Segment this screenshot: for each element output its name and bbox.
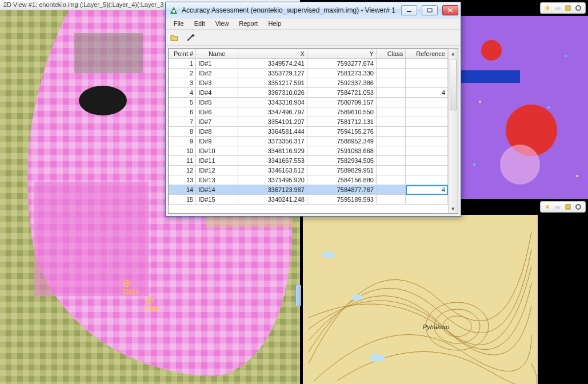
cell-x[interactable]: 3367310.026 [238, 88, 307, 98]
cell-reference[interactable] [406, 69, 448, 78]
cell-class[interactable] [376, 156, 405, 166]
cell-reference[interactable] [406, 156, 448, 166]
cell-name[interactable]: ID#3 [196, 78, 238, 88]
cell-class[interactable] [376, 137, 405, 146]
scroll-thumb[interactable] [450, 59, 457, 110]
cell-name[interactable]: ID#8 [196, 127, 238, 137]
column-header[interactable]: Class [376, 49, 405, 59]
cell-class[interactable] [376, 69, 405, 78]
menu-view[interactable]: View [211, 19, 234, 29]
table-row[interactable]: 13ID#133371495.9207584156.880 [169, 175, 448, 185]
cell-x[interactable]: 3341667.553 [238, 156, 307, 166]
cell-point[interactable]: 8 [169, 127, 196, 137]
cell-name[interactable]: ID#14 [196, 185, 238, 195]
cell-y[interactable]: 7594155.276 [307, 127, 376, 137]
cell-point[interactable]: 4 [169, 88, 196, 98]
cell-reference[interactable] [406, 137, 448, 146]
table-row[interactable]: 15ID#153340241.2487595189.593 [169, 195, 448, 205]
column-header[interactable]: X [238, 49, 307, 59]
close-button[interactable] [442, 5, 458, 15]
open-button[interactable] [168, 31, 181, 44]
vertical-scrollbar[interactable]: ▴ ▾ [448, 49, 458, 213]
scroll-up-icon[interactable]: ▴ [449, 49, 458, 58]
table-row[interactable]: 11ID#113341667.5537582934.505 [169, 156, 448, 166]
cell-point[interactable]: 11 [169, 156, 196, 166]
gear-icon[interactable] [575, 5, 582, 11]
cell-x[interactable]: 3347496.797 [238, 107, 307, 117]
cell-name[interactable]: ID#12 [196, 166, 238, 175]
data-grid[interactable]: Point #NameXYClassReference 1ID#13349574… [168, 48, 458, 214]
cell-class[interactable] [376, 166, 405, 175]
cell-class[interactable] [376, 175, 405, 185]
cell-reference[interactable] [406, 175, 448, 185]
sun-icon[interactable] [544, 5, 551, 11]
menu-file[interactable]: File [169, 19, 189, 29]
cell-point[interactable]: 15 [169, 195, 196, 205]
cell-point[interactable]: 2 [169, 69, 196, 78]
box-icon[interactable] [565, 5, 571, 11]
cell-class[interactable] [376, 98, 405, 107]
column-header[interactable]: Reference [406, 49, 448, 59]
cell-reference[interactable]: 4 [406, 88, 448, 98]
table-row[interactable]: 2ID#23353729.1277581273.330 [169, 69, 448, 78]
cell-y[interactable]: 7589829.951 [307, 166, 376, 175]
cell-point[interactable]: 12 [169, 166, 196, 175]
wand-button[interactable] [184, 31, 197, 44]
column-header[interactable]: Name [196, 49, 238, 59]
cell-name[interactable]: ID#13 [196, 175, 238, 185]
map-marker[interactable]: ID#14 [122, 288, 139, 295]
cell-class[interactable] [376, 185, 405, 195]
cell-reference[interactable] [406, 107, 448, 117]
cell-y[interactable]: 7589610.550 [307, 107, 376, 117]
menu-report[interactable]: Report [234, 19, 262, 29]
cell-y[interactable]: 7584721.053 [307, 88, 376, 98]
cell-point[interactable]: 10 [169, 146, 196, 156]
cell-y[interactable]: 7581273.330 [307, 69, 376, 78]
sun-icon[interactable] [544, 203, 551, 210]
cell-x[interactable]: 3367123.987 [238, 185, 307, 195]
cell-point[interactable]: 9 [169, 137, 196, 146]
cell-class[interactable] [376, 88, 405, 98]
cell-x[interactable]: 3343310.904 [238, 98, 307, 107]
cell-point[interactable]: 5 [169, 98, 196, 107]
cell-y[interactable]: 7584877.767 [307, 185, 376, 195]
cloud-icon[interactable] [554, 5, 561, 11]
table-row[interactable]: 7ID#73354101.2077581712.131 [169, 117, 448, 127]
cell-class[interactable] [376, 59, 405, 69]
cell-x[interactable]: 3354101.207 [238, 117, 307, 127]
table-row[interactable]: 8ID#83364581.4447594155.276 [169, 127, 448, 137]
cell-class[interactable] [376, 146, 405, 156]
cell-point[interactable]: 3 [169, 78, 196, 88]
cell-x[interactable]: 3371495.920 [238, 175, 307, 185]
cell-class[interactable] [376, 117, 405, 127]
table-row[interactable]: 5ID#53343310.9047580709.157 [169, 98, 448, 107]
table-row[interactable]: 3ID#33351217.5917592337.386 [169, 78, 448, 88]
table-row[interactable]: 1ID#13349574.2417593277.674 [169, 59, 448, 69]
table-row[interactable]: 10ID#103348116.9297591083.668 [169, 146, 448, 156]
cell-name[interactable]: ID#7 [196, 117, 238, 127]
window-titlebar[interactable]: Accuracy Assessment (enontekio_supervise… [166, 2, 461, 18]
cell-class[interactable] [376, 107, 405, 117]
maximize-button[interactable] [422, 5, 438, 15]
cell-reference[interactable] [406, 166, 448, 175]
table-row[interactable]: 12ID#123346163.5127589829.951 [169, 166, 448, 175]
gear-icon[interactable] [575, 203, 582, 210]
cell-point[interactable]: 7 [169, 117, 196, 127]
column-header[interactable]: Point # [169, 49, 196, 59]
cell-y[interactable]: 7580709.157 [307, 98, 376, 107]
cell-x[interactable]: 3364581.444 [238, 127, 307, 137]
cell-y[interactable]: 7593277.674 [307, 59, 376, 69]
map-marker[interactable]: ID#4 [145, 305, 158, 312]
cell-x[interactable]: 3348116.929 [238, 146, 307, 156]
cell-name[interactable]: ID#6 [196, 107, 238, 117]
cell-y[interactable]: 7582934.505 [307, 156, 376, 166]
cell-point[interactable]: 6 [169, 107, 196, 117]
cell-name[interactable]: ID#11 [196, 156, 238, 166]
cell-reference[interactable] [406, 127, 448, 137]
topo-preview[interactable]: Pyhäkero [303, 215, 538, 384]
table-row[interactable]: 9ID#93373356.3177588952.349 [169, 137, 448, 146]
cell-x[interactable]: 3340241.248 [238, 195, 307, 205]
cloud-icon[interactable] [554, 203, 561, 210]
cell-reference[interactable] [406, 78, 448, 88]
menu-help[interactable]: Help [263, 19, 286, 29]
